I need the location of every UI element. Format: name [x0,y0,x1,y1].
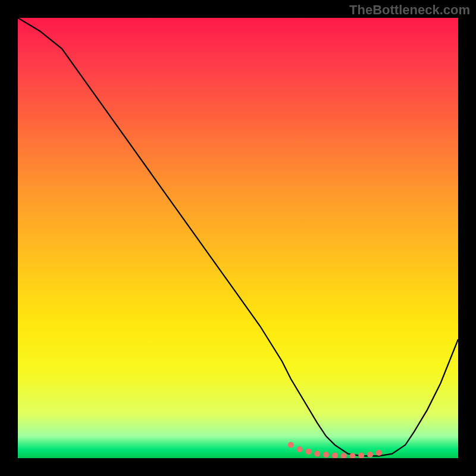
flat-zone-dot [305,449,311,455]
flat-zone-dot [341,453,347,458]
flat-zone-dot [367,452,373,458]
flat-zone-dot [297,446,303,452]
watermark-text: TheBottleneck.com [349,2,470,18]
bottleneck-curve-line [18,18,458,456]
flat-zone-dot [376,450,382,456]
chart-svg [18,18,458,458]
flat-zone-dot [288,442,294,448]
plot-area [18,18,458,458]
flat-zone-dot [358,453,364,458]
flat-zone-dot [323,452,329,458]
flat-zone-dot [314,451,320,457]
flat-zone-dot [332,453,338,458]
